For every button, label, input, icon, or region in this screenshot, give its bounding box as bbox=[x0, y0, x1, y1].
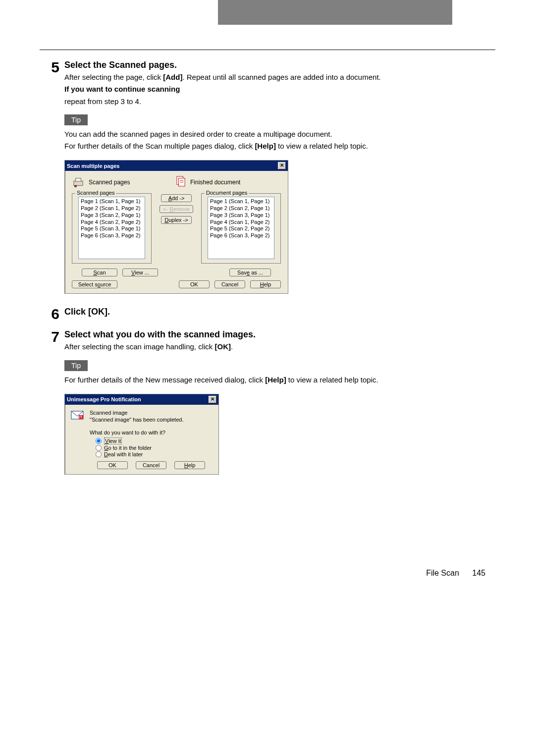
notification-dialog: Unimessage Pro Notification ✕ Scanned im… bbox=[64, 394, 219, 475]
text-bold: [Help] bbox=[255, 142, 276, 150]
list-item[interactable]: Page 4 (Scan 2, Page 2) bbox=[81, 219, 143, 226]
dialog-title: Scan multiple pages bbox=[67, 163, 119, 169]
step-title: Click [OK]. bbox=[64, 307, 495, 317]
radio-deal-later[interactable]: Deal with it later bbox=[96, 451, 213, 457]
select-source-button[interactable]: Select source bbox=[72, 280, 117, 288]
page-footer: File Scan 145 bbox=[0, 569, 535, 593]
text: to view a related help topic. bbox=[286, 376, 378, 384]
step-number: 7 bbox=[40, 329, 59, 475]
groupbox-title: Document pages bbox=[205, 190, 249, 196]
groupbox-title: Scanned pages bbox=[75, 190, 116, 196]
list-item[interactable]: Page 6 (Scan 3, Page 2) bbox=[210, 232, 272, 239]
list-item[interactable]: Page 1 (Scan 1, Page 1) bbox=[210, 198, 272, 205]
remove-button[interactable]: <- Remove bbox=[160, 205, 193, 213]
duplex-button[interactable]: Duplex -> bbox=[161, 216, 192, 224]
ok-button[interactable]: OK bbox=[97, 461, 128, 469]
list-item[interactable]: Page 2 (Scan 1, Page 2) bbox=[81, 205, 143, 212]
text: . bbox=[231, 342, 233, 351]
list-item[interactable]: Page 5 (Scan 2, Page 2) bbox=[210, 225, 272, 232]
list-item[interactable]: Page 1 (Scan 1, Page 1) bbox=[81, 198, 143, 205]
step-title: Select the Scanned pages. bbox=[64, 60, 495, 70]
notification-prompt: What do you want to do with it? bbox=[90, 430, 213, 435]
svg-rect-2 bbox=[75, 185, 77, 187]
page-number: 145 bbox=[472, 569, 485, 577]
text-bold: [Help] bbox=[265, 376, 286, 384]
list-item[interactable]: Page 3 (Scan 2, Page 1) bbox=[81, 212, 143, 219]
text: For further details of the New message r… bbox=[64, 376, 265, 384]
text: repeat from step 3 to 4. bbox=[64, 97, 495, 107]
page-content: 5 Select the Scanned pages. After select… bbox=[40, 50, 495, 475]
document-icon bbox=[176, 176, 185, 188]
help-button[interactable]: Help bbox=[174, 461, 205, 469]
step-text: After selecting the page, click [Add]. R… bbox=[64, 72, 495, 107]
text: For further details of the Scan multiple… bbox=[64, 142, 255, 150]
saveas-button[interactable]: Save as ... bbox=[229, 269, 271, 276]
step-6: 6 Click [OK]. bbox=[40, 307, 495, 322]
close-icon[interactable]: ✕ bbox=[278, 162, 286, 169]
add-button[interactable]: Add -> bbox=[161, 194, 192, 202]
text-bold: [Add] bbox=[163, 73, 182, 81]
scanned-pages-group: Scanned pages Page 1 (Scan 1, Page 1) Pa… bbox=[72, 193, 152, 264]
radio-goto-folder[interactable]: Go to it in the folder bbox=[96, 445, 213, 451]
radio-view-it[interactable]: View it bbox=[96, 437, 213, 444]
text: After selecting the scan image handling,… bbox=[64, 342, 215, 351]
step-title: Select what you do with the scanned imag… bbox=[64, 329, 495, 340]
help-button[interactable]: Help bbox=[250, 280, 281, 288]
step-7: 7 Select what you do with the scanned im… bbox=[40, 329, 495, 475]
ok-button[interactable]: OK bbox=[179, 280, 210, 288]
notification-message: "Scanned image" has been completed. bbox=[90, 417, 213, 423]
header-label: Finished document bbox=[190, 179, 240, 186]
scan-button[interactable]: Scan bbox=[82, 269, 117, 276]
document-pages-list[interactable]: Page 1 (Scan 1, Page 1) Page 2 (Scan 2, … bbox=[208, 197, 274, 259]
dialog-title: Unimessage Pro Notification bbox=[67, 396, 141, 402]
cancel-button[interactable]: Cancel bbox=[214, 280, 245, 288]
list-item[interactable]: Page 5 (Scan 3, Page 1) bbox=[81, 225, 143, 232]
header-label: Scanned pages bbox=[89, 179, 130, 186]
list-item[interactable]: Page 6 (Scan 3, Page 2) bbox=[81, 232, 143, 239]
list-item[interactable]: Page 3 (Scan 3, Page 1) bbox=[210, 212, 272, 219]
mail-icon bbox=[71, 410, 84, 420]
svg-rect-0 bbox=[74, 181, 83, 185]
dialog-titlebar: Unimessage Pro Notification ✕ bbox=[65, 394, 218, 405]
svg-rect-1 bbox=[76, 178, 81, 181]
text-bold: [OK] bbox=[215, 342, 231, 351]
cancel-button[interactable]: Cancel bbox=[136, 461, 166, 469]
document-pages-group: Document pages Page 1 (Scan 1, Page 1) P… bbox=[201, 193, 281, 264]
text-bold: If you want to continue scanning bbox=[64, 84, 495, 94]
header-placeholder bbox=[218, 0, 452, 25]
tip-label: Tip bbox=[64, 360, 88, 371]
close-icon[interactable]: ✕ bbox=[209, 396, 216, 403]
step-number: 6 bbox=[40, 307, 59, 322]
dialog-titlebar: Scan multiple pages ✕ bbox=[65, 161, 288, 171]
list-item[interactable]: Page 4 (Scan 1, Page 2) bbox=[210, 219, 272, 226]
tip-text: You can add the scanned pages in desired… bbox=[64, 129, 495, 152]
scanned-pages-list[interactable]: Page 1 (Scan 1, Page 1) Page 2 (Scan 1, … bbox=[78, 197, 145, 259]
text: . Repeat until all scanned pages are add… bbox=[182, 73, 380, 81]
step-number: 5 bbox=[40, 60, 59, 294]
scanner-icon bbox=[73, 177, 84, 187]
notification-heading: Scanned image bbox=[90, 410, 213, 416]
step-5: 5 Select the Scanned pages. After select… bbox=[40, 60, 495, 294]
text: After selecting the page, click bbox=[64, 73, 163, 81]
text: You can add the scanned pages in desired… bbox=[64, 129, 495, 139]
svg-rect-8 bbox=[79, 415, 83, 419]
text: to view a related help topic. bbox=[276, 142, 368, 150]
scan-multiple-pages-dialog: Scan multiple pages ✕ Scanned pages bbox=[64, 160, 288, 294]
section-name: File Scan bbox=[426, 569, 459, 577]
view-button[interactable]: View ... bbox=[122, 269, 158, 276]
tip-label: Tip bbox=[64, 114, 88, 125]
list-item[interactable]: Page 2 (Scan 2, Page 1) bbox=[210, 205, 272, 212]
